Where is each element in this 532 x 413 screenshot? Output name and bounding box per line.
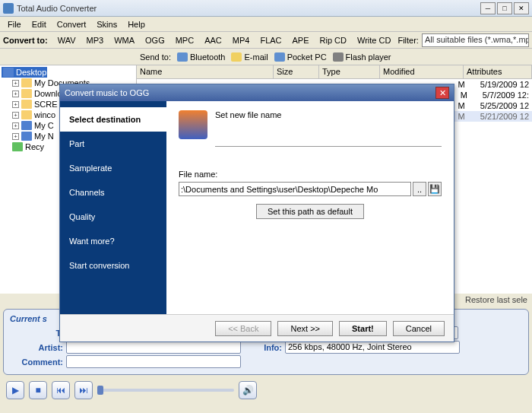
save-icon-button[interactable]: 💾 <box>428 182 442 196</box>
format-aac[interactable]: AAC <box>201 34 226 46</box>
dialog-content: Set new file name File name: .. 💾 Set th… <box>166 101 454 314</box>
artist-label: Artist: <box>10 343 63 352</box>
expander-icon[interactable]: + <box>12 101 19 108</box>
dialog-steps: Select destination Part Samplerate Chann… <box>60 101 166 314</box>
next-button[interactable]: Next >> <box>277 321 333 336</box>
flash-icon <box>333 52 344 62</box>
step-quality[interactable]: Quality <box>60 205 166 229</box>
format-mp3[interactable]: MP3 <box>83 34 108 46</box>
menu-edit[interactable]: Edit <box>27 18 51 30</box>
format-mpc[interactable]: MPC <box>172 34 198 46</box>
step-select-destination[interactable]: Select destination <box>60 107 166 132</box>
col-type[interactable]: Type <box>319 65 380 78</box>
step-channels[interactable]: Channels <box>60 180 166 205</box>
info-value: 256 kbps, 48000 Hz, Joint Stereo <box>285 341 460 354</box>
sendto-toolbar: Send to: Bluetooth E-mail Pocket PC Flas… <box>0 49 532 65</box>
expander-icon[interactable]: + <box>12 133 19 140</box>
maximize-button[interactable]: □ <box>497 2 512 14</box>
folder-icon <box>21 89 32 98</box>
col-modified[interactable]: Modified <box>380 65 464 78</box>
dialog-heading: Set new file name <box>179 110 442 119</box>
menu-file[interactable]: File <box>3 18 26 30</box>
start-button[interactable]: Start! <box>339 321 387 336</box>
step-want-more[interactable]: Want more? <box>60 229 166 253</box>
format-wma[interactable]: WMA <box>110 34 138 46</box>
col-name[interactable]: Name <box>137 65 274 78</box>
menu-convert[interactable]: Convert <box>52 18 91 30</box>
format-ogg[interactable]: OGG <box>141 34 169 46</box>
music-folder-icon <box>179 110 207 139</box>
filter-dropdown[interactable]: All suitable files (*.wma,*.mp3,*.wav,*.… <box>422 33 529 47</box>
convert-toolbar: Convert to: WAV MP3 WMA OGG MPC AAC MP4 … <box>0 32 532 49</box>
file-list-header: Name Size Type Modified Attributes <box>137 65 532 79</box>
sendto-email[interactable]: E-mail <box>231 52 268 62</box>
desktop-icon <box>3 68 14 77</box>
dialog-footer: << Back Next >> Start! Cancel <box>60 314 454 342</box>
format-mp4[interactable]: MP4 <box>229 34 254 46</box>
back-button: << Back <box>215 321 271 336</box>
recycle-icon <box>12 142 23 151</box>
computer-icon <box>21 121 32 130</box>
sendto-bluetooth[interactable]: Bluetooth <box>177 52 225 62</box>
tree-root[interactable]: Desktop <box>2 67 47 78</box>
format-ape[interactable]: APE <box>289 34 313 46</box>
bluetooth-icon <box>177 52 188 62</box>
menubar: File Edit Convert Skins Help <box>0 17 532 32</box>
folder-icon <box>21 110 32 119</box>
step-start-conversion[interactable]: Start conversion <box>60 253 166 278</box>
filter-label: Filter: <box>397 36 419 45</box>
app-icon <box>3 3 14 14</box>
sendto-label: Send to: <box>140 52 171 62</box>
sendto-pocketpc[interactable]: Pocket PC <box>274 52 327 62</box>
network-icon <box>21 132 32 141</box>
filename-input[interactable] <box>179 182 411 196</box>
expander-icon[interactable]: + <box>12 112 19 119</box>
convert-to-label: Convert to: <box>3 36 48 45</box>
step-part[interactable]: Part <box>60 132 166 156</box>
minimize-button[interactable]: ─ <box>480 2 496 14</box>
play-button[interactable]: ▶ <box>6 381 24 399</box>
pocketpc-icon <box>274 52 285 62</box>
comment-label: Comment: <box>10 357 63 367</box>
format-writecd[interactable]: Write CD <box>353 34 394 46</box>
format-wav[interactable]: WAV <box>54 34 80 46</box>
volume-button[interactable]: 🔊 <box>239 381 257 399</box>
format-ripcd[interactable]: Rip CD <box>316 34 350 46</box>
prev-button[interactable]: ⏮ <box>52 381 70 399</box>
comment-input[interactable] <box>66 355 241 368</box>
seek-slider[interactable] <box>97 389 234 392</box>
format-flac[interactable]: FLAC <box>256 34 285 46</box>
player-bar: ▶ ■ ⏮ ⏭ 🔊 <box>0 378 532 402</box>
expander-icon[interactable]: + <box>12 122 19 129</box>
set-default-path-button[interactable]: Set this path as default <box>256 204 364 219</box>
cancel-button[interactable]: Cancel <box>393 321 445 336</box>
col-attributes[interactable]: Attributes <box>464 65 532 78</box>
next-button[interactable]: ⏭ <box>74 381 93 399</box>
convert-dialog: Convert music to OGG ✕ Select destinatio… <box>59 84 454 342</box>
window-title: Total Audio Converter <box>17 4 480 13</box>
info-label: Info: <box>244 343 282 352</box>
email-icon <box>231 52 242 62</box>
sendto-flashplayer[interactable]: Flash player <box>333 52 391 62</box>
step-samplerate[interactable]: Samplerate <box>60 156 166 180</box>
slider-thumb[interactable] <box>97 386 103 395</box>
col-size[interactable]: Size <box>274 65 319 78</box>
titlebar: Total Audio Converter ─ □ ✕ <box>0 0 532 17</box>
stop-button[interactable]: ■ <box>29 381 47 399</box>
folder-icon <box>21 100 32 109</box>
filename-label: File name: <box>179 170 442 179</box>
dialog-title: Convert music to OGG <box>65 88 435 97</box>
title-label: Ti <box>10 329 63 338</box>
menu-skins[interactable]: Skins <box>92 18 122 30</box>
close-button[interactable]: ✕ <box>514 2 529 14</box>
browse-button[interactable]: .. <box>413 182 426 196</box>
folder-icon <box>21 78 32 87</box>
expander-icon[interactable]: + <box>12 80 19 87</box>
menu-help[interactable]: Help <box>123 18 150 30</box>
artist-input[interactable] <box>66 341 241 354</box>
expander-icon[interactable]: + <box>12 91 19 97</box>
dialog-titlebar[interactable]: Convert music to OGG ✕ <box>60 84 454 101</box>
dialog-close-button[interactable]: ✕ <box>435 87 449 99</box>
filename-underline <box>215 135 442 147</box>
